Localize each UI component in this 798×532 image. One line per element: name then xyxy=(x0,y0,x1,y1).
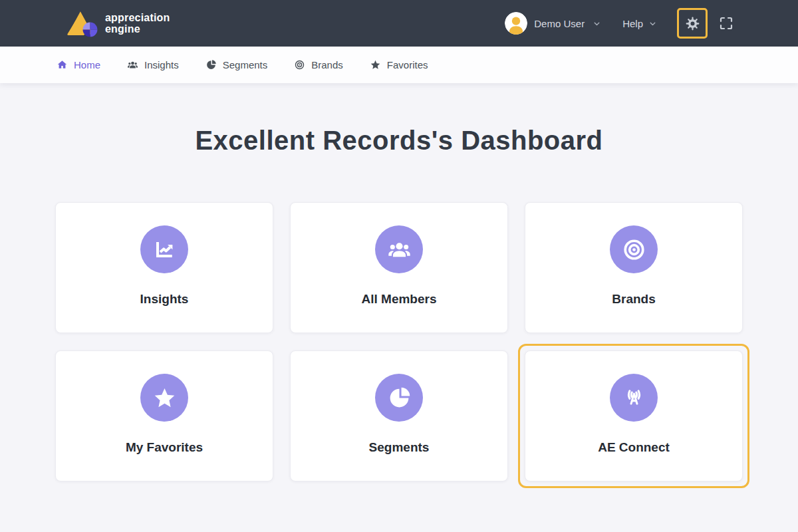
card-segments[interactable]: Segments xyxy=(290,350,508,481)
chevron-down-icon xyxy=(593,19,601,28)
app-logo[interactable]: appreciation engine xyxy=(66,9,170,37)
nav-item-label: Segments xyxy=(223,59,268,70)
nav-item-label: Home xyxy=(74,59,100,70)
broadcast-icon xyxy=(610,374,658,422)
help-menu[interactable]: Help xyxy=(622,18,657,29)
card-grid: Insights All Members xyxy=(55,202,743,481)
chart-line-icon xyxy=(140,225,188,273)
star-icon xyxy=(370,59,381,70)
top-navbar: appreciation engine Demo User Help xyxy=(0,0,798,47)
people-group-icon xyxy=(375,225,423,273)
people-group-icon xyxy=(127,59,138,70)
nav-item-label: Brands xyxy=(311,59,343,70)
topbar-actions: Demo User Help xyxy=(505,8,734,39)
settings-button[interactable] xyxy=(677,8,708,39)
nav-item-label: Favorites xyxy=(387,59,428,70)
card-label: Insights xyxy=(140,292,189,307)
pie-chart-icon xyxy=(375,374,423,422)
dashboard-content: Excellent Records's Dashboard Insights xyxy=(0,83,798,481)
main-nav: Home Insights Segments Brands Favorites xyxy=(0,47,798,83)
card-brands[interactable]: Brands xyxy=(525,202,743,333)
logo-mark-icon xyxy=(66,9,98,37)
brand-line2: engine xyxy=(105,23,170,35)
help-label: Help xyxy=(622,18,643,29)
card-insights[interactable]: Insights xyxy=(55,202,273,333)
nav-item-segments[interactable]: Segments xyxy=(205,59,268,70)
card-all-members[interactable]: All Members xyxy=(290,202,508,333)
card-label: AE Connect xyxy=(598,440,670,455)
home-icon xyxy=(57,59,68,70)
bullseye-icon xyxy=(610,225,658,273)
nav-item-favorites[interactable]: Favorites xyxy=(370,59,428,70)
user-name: Demo User xyxy=(534,18,585,29)
nav-item-label: Insights xyxy=(144,59,179,70)
chevron-down-icon xyxy=(648,19,657,28)
gear-icon xyxy=(684,15,701,32)
fullscreen-icon xyxy=(718,15,734,31)
page-title: Excellent Records's Dashboard xyxy=(0,126,798,156)
fullscreen-button[interactable] xyxy=(718,15,734,31)
pie-chart-icon xyxy=(205,59,217,70)
card-label: Brands xyxy=(612,292,655,307)
card-label: All Members xyxy=(362,292,437,307)
brand-name: appreciation engine xyxy=(105,12,170,35)
nav-item-home[interactable]: Home xyxy=(57,59,100,70)
nav-item-brands[interactable]: Brands xyxy=(294,59,343,70)
star-icon xyxy=(140,374,188,422)
card-ae-connect[interactable]: AE Connect xyxy=(525,350,743,481)
card-my-favorites[interactable]: My Favorites xyxy=(55,350,273,481)
user-menu[interactable]: Demo User xyxy=(505,12,601,35)
card-label: My Favorites xyxy=(126,440,203,455)
brand-line1: appreciation xyxy=(105,12,170,23)
bullseye-icon xyxy=(294,59,305,70)
nav-item-insights[interactable]: Insights xyxy=(127,59,179,70)
avatar xyxy=(505,12,527,35)
card-label: Segments xyxy=(369,440,430,455)
